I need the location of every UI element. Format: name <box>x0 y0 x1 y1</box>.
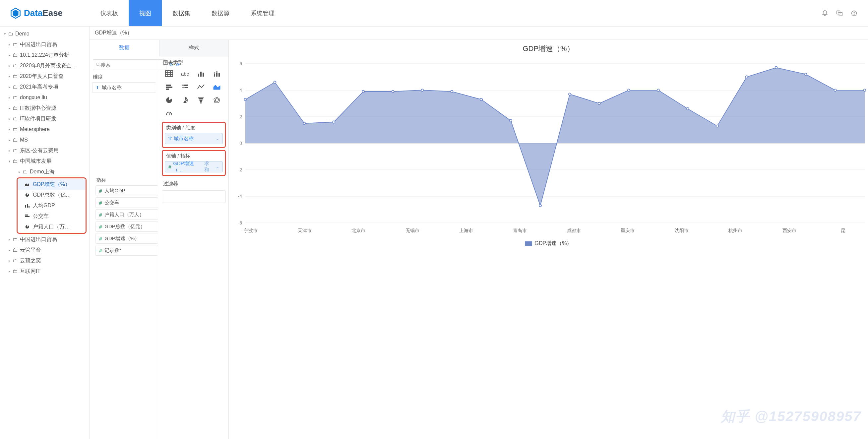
metric-field[interactable]: #记录数* <box>95 245 158 256</box>
tree-folder[interactable]: ▸🗀10.1.12.224订单分析 <box>0 50 89 60</box>
tree-folder[interactable]: ▸🗀IT软件项目研发 <box>0 114 89 124</box>
logo-icon <box>10 8 21 19</box>
svg-point-65 <box>480 98 483 101</box>
tree-folder[interactable]: ▸🗀互联网IT <box>0 266 89 277</box>
search-input[interactable] <box>93 59 166 70</box>
tab-style[interactable]: 样式 <box>159 40 228 56</box>
number-type-icon: # <box>99 188 102 194</box>
drop-value-pill[interactable]: # GDP增速（… 求和 ⌄ <box>165 161 223 173</box>
tree-folder[interactable]: ▸🗀dongxue.liu <box>0 92 89 103</box>
svg-point-67 <box>539 205 541 207</box>
svg-rect-10 <box>25 215 28 216</box>
svg-point-13 <box>96 63 99 66</box>
ct-bar-icon[interactable] <box>196 70 206 77</box>
drop-category-title: 类别轴 / 维度 <box>165 124 223 133</box>
tree-chart-item[interactable]: GDP总数（亿… <box>18 190 86 200</box>
svg-rect-27 <box>218 73 220 76</box>
metric-field[interactable]: #公交车 <box>95 197 158 208</box>
tree-folder[interactable]: ▸🗀MS <box>0 135 89 145</box>
folder-icon: 🗀 <box>12 73 19 79</box>
ct-gauge-icon[interactable] <box>164 110 174 117</box>
svg-rect-7 <box>25 205 26 208</box>
ct-rose-icon[interactable] <box>180 96 190 104</box>
tree-folder[interactable]: ▸🗀中国进出口贸易 <box>0 234 89 245</box>
tree-root[interactable]: ▾ 🗀 Demo <box>0 29 89 39</box>
tree-chart-item[interactable]: 户籍人口（万… <box>18 221 86 232</box>
nav-dataset[interactable]: 数据集 <box>162 0 201 26</box>
metric-field[interactable]: #GDP增速（%） <box>95 233 158 244</box>
pie-chart-icon <box>24 193 31 197</box>
svg-text:0: 0 <box>239 140 242 146</box>
tree-folder[interactable]: ▸🗀云管平台 <box>0 245 89 255</box>
ct-table-icon[interactable] <box>164 70 174 77</box>
search-field[interactable] <box>100 62 163 68</box>
svg-point-69 <box>598 102 600 105</box>
svg-rect-15 <box>165 71 173 76</box>
svg-text:沈阳市: 沈阳市 <box>675 228 689 233</box>
translate-icon[interactable] <box>836 9 843 17</box>
ct-funnel-icon[interactable] <box>196 96 206 104</box>
caret-right-icon: ▸ <box>7 53 12 57</box>
metric-field[interactable]: #GDP总数（亿元） <box>95 221 158 232</box>
dim-field[interactable]: T城市名称 <box>92 82 156 93</box>
nav-view[interactable]: 视图 <box>129 0 162 26</box>
ct-radar-icon[interactable] <box>212 96 221 104</box>
metric-field[interactable]: #户籍人口（万人） <box>95 209 158 220</box>
field-label: 户籍人口（万人） <box>104 212 144 218</box>
svg-rect-21 <box>200 72 202 76</box>
svg-point-59 <box>303 122 305 125</box>
folder-icon: 🗀 <box>12 158 19 164</box>
tree-subfolder[interactable]: ▸🗀Demo上海 <box>0 166 89 177</box>
tree-label: IT软件项目研发 <box>20 115 56 122</box>
ct-text-icon[interactable]: abc <box>180 70 190 77</box>
dim-section-title: 维度 <box>90 73 159 82</box>
tree-label: 中国进出口贸易 <box>20 236 57 243</box>
tree-chart-item[interactable]: 人均GDP <box>18 200 86 211</box>
sidebar: ▾ 🗀 Demo ▸🗀中国进出口贸易 ▸🗀10.1.12.224订单分析 ▸🗀2… <box>0 27 90 439</box>
pie-chart-icon <box>24 224 31 229</box>
metric-section-title: 指标 <box>93 176 161 185</box>
tree-chart-item[interactable]: 公交车 <box>18 211 86 221</box>
tree-folder-expanded[interactable]: ▾🗀中国城市发展 <box>0 156 89 166</box>
ct-stacked-bar-icon[interactable] <box>212 70 221 77</box>
tree-folder[interactable]: ▸🗀IT数据中心资源 <box>0 103 89 114</box>
filter-dropzone[interactable] <box>162 190 226 203</box>
tree-folder[interactable]: ▸🗀东区-公有云费用 <box>0 145 89 156</box>
help-icon[interactable] <box>850 9 858 17</box>
drop-category-pill[interactable]: T 城市名称 ⌄ <box>165 133 223 144</box>
field-label: 城市名称 <box>102 85 122 91</box>
content: GDP增速（%） 数据 ⚙ ⟳ 维度 <box>90 27 868 439</box>
nav-dashboard[interactable]: 仪表板 <box>90 0 129 26</box>
nav-system[interactable]: 系统管理 <box>240 0 285 26</box>
ct-line-icon[interactable] <box>196 83 206 91</box>
ct-area-icon[interactable] <box>212 83 221 91</box>
svg-text:2: 2 <box>239 114 242 119</box>
tree-chart-item[interactable]: GDP增速（%） <box>18 179 86 190</box>
pill-label: 城市名称 <box>174 136 194 142</box>
watermark: 知乎 @15275908957 <box>721 407 861 426</box>
metric-field[interactable]: #人均GDP <box>95 185 158 196</box>
ct-pie-icon[interactable] <box>164 96 174 104</box>
folder-icon: 🗀 <box>12 237 19 242</box>
tree-folder[interactable]: ▸🗀中国进出口贸易 <box>0 39 89 50</box>
tree-folder[interactable]: ▸🗀Metersphere <box>0 124 89 135</box>
tree-label: IT数据中心资源 <box>20 105 56 112</box>
nav-datasource[interactable]: 数据源 <box>201 0 240 26</box>
tab-data[interactable]: 数据 <box>90 40 159 57</box>
area-chart-icon <box>24 182 31 187</box>
svg-rect-9 <box>29 206 30 208</box>
svg-text:-2: -2 <box>238 167 242 173</box>
tree-folder[interactable]: ▸🗀2020年度人口普查 <box>0 71 89 82</box>
tree-label: 云管平台 <box>20 247 41 254</box>
folder-icon: 🗀 <box>12 148 19 154</box>
tree-folder[interactable]: ▸🗀云顶之奕 <box>0 255 89 266</box>
ct-stacked-hbar-icon[interactable] <box>180 83 190 91</box>
ct-hbar-icon[interactable] <box>164 83 174 91</box>
tree-folder[interactable]: ▸🗀2020年8月外商投资企… <box>0 60 89 71</box>
svg-rect-11 <box>25 216 30 217</box>
tree-folder[interactable]: ▸🗀2021年高考专项 <box>0 82 89 92</box>
bell-icon[interactable] <box>821 9 829 17</box>
tree-label: 户籍人口（万… <box>33 223 70 230</box>
svg-text:青岛市: 青岛市 <box>513 228 527 233</box>
highlight-box-category: 类别轴 / 维度 T 城市名称 ⌄ <box>162 122 226 148</box>
